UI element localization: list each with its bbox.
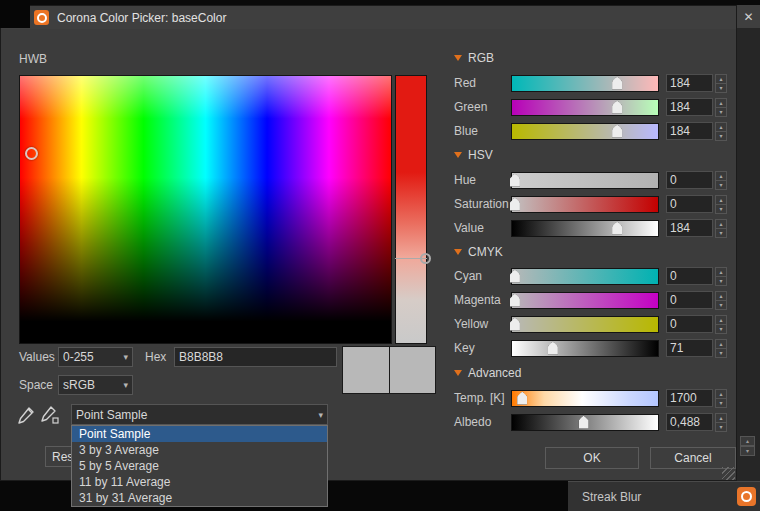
value-slider-handle[interactable] xyxy=(612,222,622,235)
spinner-down-icon[interactable]: ▾ xyxy=(715,132,727,141)
cyan-slider[interactable] xyxy=(511,268,659,285)
key-slider-handle[interactable] xyxy=(548,342,558,355)
spinner-down-icon[interactable]: ▾ xyxy=(715,325,727,334)
yellow-spinner[interactable]: ▴▾ xyxy=(715,315,727,333)
hue-slider[interactable] xyxy=(511,172,659,189)
cyan-value-input[interactable] xyxy=(666,267,713,285)
temperature-spinner[interactable]: ▴▾ xyxy=(715,389,727,407)
section-header-cmyk[interactable]: CMYK xyxy=(454,245,503,259)
spinner-up-icon[interactable]: ▴ xyxy=(715,267,727,277)
yellow-slider-handle[interactable] xyxy=(510,318,520,331)
magenta-slider[interactable] xyxy=(511,292,659,309)
green-spinner[interactable]: ▴▾ xyxy=(715,98,727,116)
spinner-down-icon[interactable]: ▾ xyxy=(715,229,727,238)
option-11x11-average[interactable]: 11 by 11 Average xyxy=(72,474,327,490)
hue-value-input[interactable] xyxy=(666,171,713,189)
ok-button[interactable]: OK xyxy=(545,447,639,469)
dialog-titlebar[interactable]: Corona Color Picker: baseColor xyxy=(1,6,736,29)
cancel-button[interactable]: Cancel xyxy=(650,447,736,469)
green-slider[interactable] xyxy=(511,99,659,116)
green-slider-handle[interactable] xyxy=(612,101,622,114)
saturation-slider[interactable] xyxy=(511,196,659,213)
hex-input[interactable] xyxy=(174,347,337,367)
cyan-spinner[interactable]: ▴▾ xyxy=(715,267,727,285)
spinner-down-icon[interactable]: ▾ xyxy=(715,181,727,190)
albedo-spinner[interactable]: ▴▾ xyxy=(715,413,727,431)
spinner-down-icon[interactable]: ▾ xyxy=(715,423,727,432)
spinner-down-icon[interactable]: ▾ xyxy=(715,399,727,408)
spinner-up-icon[interactable]: ▴ xyxy=(715,413,727,423)
key-slider[interactable] xyxy=(511,340,659,357)
yellow-slider[interactable] xyxy=(511,316,659,333)
red-spinner[interactable]: ▴▾ xyxy=(715,74,727,92)
hue-whiteness-blackness-field[interactable] xyxy=(19,75,392,344)
magenta-spinner[interactable]: ▴▾ xyxy=(715,291,727,309)
spinner-up-icon[interactable]: ▴ xyxy=(715,389,727,399)
hue-spinner[interactable]: ▴▾ xyxy=(715,171,727,189)
yellow-value-input[interactable] xyxy=(666,315,713,333)
option-5x5-average[interactable]: 5 by 5 Average xyxy=(72,458,327,474)
spinner-up-icon[interactable]: ▴ xyxy=(715,98,727,108)
section-header-advanced[interactable]: Advanced xyxy=(454,366,521,380)
albedo-slider[interactable] xyxy=(511,414,659,431)
green-value-input[interactable] xyxy=(666,98,713,116)
spinner-down-icon[interactable]: ▾ xyxy=(715,84,727,93)
red-slider-handle[interactable] xyxy=(612,77,622,90)
temperature-value-input[interactable] xyxy=(666,389,713,407)
color-space-combo[interactable]: sRGB ▾ xyxy=(58,375,133,395)
spinner-up-icon[interactable]: ▴ xyxy=(715,315,727,325)
saturation-value-input[interactable] xyxy=(666,195,713,213)
cyan-slider-handle[interactable] xyxy=(510,270,520,283)
screen-picker-icon[interactable] xyxy=(15,404,37,426)
saturation-spinner[interactable]: ▴▾ xyxy=(715,195,727,213)
option-point-sample[interactable]: Point Sample xyxy=(72,426,327,442)
sample-mode-combo[interactable]: Point Sample ▾ xyxy=(71,404,328,425)
blue-slider-handle[interactable] xyxy=(612,125,622,138)
previous-color-swatch[interactable] xyxy=(389,347,436,393)
spinner-down-icon[interactable]: ▾ xyxy=(715,301,727,310)
option-31x31-average[interactable]: 31 by 31 Average xyxy=(72,490,327,506)
current-color-swatch[interactable] xyxy=(343,347,389,393)
key-spinner[interactable]: ▴▾ xyxy=(715,339,727,357)
red-slider[interactable] xyxy=(511,75,659,92)
eyedropper-icon[interactable] xyxy=(39,404,61,426)
spinner-up-icon[interactable]: ▴ xyxy=(715,122,727,132)
spinner-up-icon[interactable]: ▴ xyxy=(715,171,727,181)
magenta-value-input[interactable] xyxy=(666,291,713,309)
temperature-slider[interactable] xyxy=(511,390,659,407)
value-value-input[interactable] xyxy=(666,219,713,237)
spinner-up-icon[interactable]: ▴ xyxy=(715,74,727,84)
temperature-slider-handle[interactable] xyxy=(517,392,527,405)
section-header-hsv[interactable]: HSV xyxy=(454,148,493,162)
key-value-input[interactable] xyxy=(666,339,713,357)
values-range-combo[interactable]: 0-255 ▾ xyxy=(58,347,133,367)
red-value-input[interactable] xyxy=(666,74,713,92)
value-strip[interactable] xyxy=(395,75,427,344)
section-header-rgb[interactable]: RGB xyxy=(454,51,494,65)
blue-slider[interactable] xyxy=(511,123,659,140)
spinner-up-icon[interactable]: ▴ xyxy=(715,291,727,301)
albedo-slider-handle[interactable] xyxy=(579,416,589,429)
spinner-down-icon[interactable]: ▾ xyxy=(715,205,727,214)
value-strip-knob[interactable] xyxy=(420,253,431,264)
blue-spinner[interactable]: ▴▾ xyxy=(715,122,727,140)
value-spinner[interactable]: ▴▾ xyxy=(715,219,727,237)
color-field-marker[interactable] xyxy=(25,147,38,160)
rollout-header-streak-blur[interactable]: Streak Blur xyxy=(568,481,760,511)
spinner-up-icon[interactable]: ▴ xyxy=(715,219,727,229)
spinner-down-icon[interactable]: ▾ xyxy=(715,277,727,286)
blue-value-input[interactable] xyxy=(666,122,713,140)
albedo-value-input[interactable] xyxy=(666,413,713,431)
spinner-down-icon[interactable]: ▾ xyxy=(715,349,727,358)
spinner-down-icon[interactable]: ▾ xyxy=(715,108,727,117)
option-3x3-average[interactable]: 3 by 3 Average xyxy=(72,442,327,458)
close-button[interactable]: ✕ xyxy=(743,10,753,24)
resize-grip[interactable] xyxy=(722,467,735,480)
spinner-up-icon[interactable]: ▴ xyxy=(715,339,727,349)
spinner-up-icon[interactable]: ▴ xyxy=(715,195,727,205)
value-slider[interactable] xyxy=(511,220,659,237)
magenta-slider-handle[interactable] xyxy=(510,294,520,307)
hue-slider-handle[interactable] xyxy=(510,174,520,187)
albedo-row: Albedo ▴▾ xyxy=(454,413,736,431)
saturation-slider-handle[interactable] xyxy=(510,198,520,211)
